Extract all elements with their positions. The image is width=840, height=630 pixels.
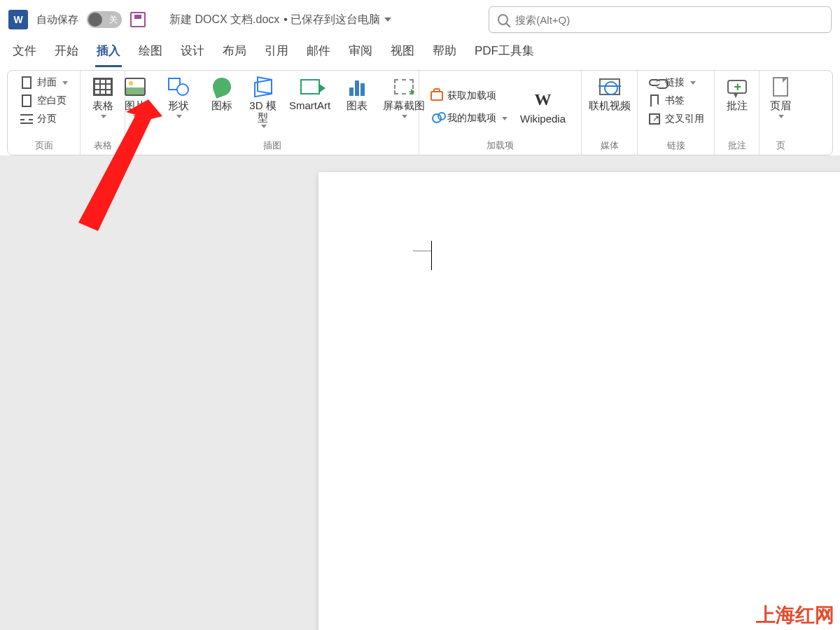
document-workspace[interactable] (0, 157, 840, 630)
page-break-icon (20, 113, 33, 125)
smartart-icon (298, 76, 322, 97)
bookmark-button[interactable]: 书签 (647, 93, 706, 108)
ribbon-tabs: 文件 开始 插入 绘图 设计 布局 引用 邮件 审阅 视图 帮助 PDF工具集 (0, 39, 840, 67)
tab-layout[interactable]: 布局 (221, 38, 248, 67)
group-comments: 批注 批注 (715, 71, 760, 155)
group-header-footer: 页眉 页 (760, 71, 802, 155)
get-addins-button[interactable]: 获取加载项 (429, 88, 509, 104)
group-label-media: 媒体 (587, 139, 631, 153)
watermark-text: 上海红网 (756, 602, 834, 629)
cross-reference-icon (648, 113, 661, 125)
page-header-icon (769, 76, 792, 97)
online-video-button[interactable]: 联机视频 (584, 75, 635, 113)
comment-button[interactable]: 批注 (718, 75, 756, 113)
group-label-links: 链接 (643, 139, 708, 153)
picture-button[interactable]: 图片 (116, 75, 154, 120)
wikipedia-icon: W (531, 90, 555, 111)
icons-icon (210, 76, 234, 97)
tab-help[interactable]: 帮助 (431, 38, 458, 67)
blank-page-button[interactable]: 空白页 (19, 93, 69, 108)
chevron-down-icon (62, 81, 68, 85)
hyperlink-button[interactable]: 链接 (647, 75, 706, 90)
tab-references[interactable]: 引用 (263, 38, 290, 67)
chevron-down-icon (690, 81, 696, 85)
smartart-button[interactable]: SmartArt (286, 75, 335, 113)
document-name: 新建 DOCX 文档.docx (169, 13, 279, 27)
chevron-down-icon (176, 115, 182, 118)
ribbon: 封面 空白页 分页 页面 表格 表格 (7, 70, 833, 155)
shapes-icon (167, 76, 190, 97)
chevron-down-icon (502, 117, 507, 120)
link-icon (648, 76, 661, 89)
tab-home[interactable]: 开始 (53, 38, 80, 67)
document-save-status: • 已保存到这台电脑 (284, 13, 380, 27)
group-label-pages: 页面 (13, 139, 74, 153)
tab-pdf-tools[interactable]: PDF工具集 (473, 38, 536, 67)
table-icon (91, 76, 115, 97)
chart-icon (345, 76, 369, 97)
group-label-illustrations: 插图 (131, 139, 413, 153)
group-label-comments: 批注 (720, 139, 753, 153)
cover-page-button[interactable]: 封面 (19, 75, 69, 90)
group-media: 联机视频 媒体 (582, 71, 638, 155)
addins-icon (430, 112, 443, 125)
group-illustrations: 图片 形状 图标 3D 模型 SmartArt (125, 71, 419, 155)
my-addins-button[interactable]: 我的加载项 (429, 111, 509, 126)
chart-button[interactable]: 图表 (340, 75, 374, 113)
chevron-down-icon (101, 115, 106, 118)
ribbon-container: 封面 空白页 分页 页面 表格 表格 (0, 67, 840, 155)
group-label-tables: 表格 (86, 139, 119, 153)
blank-page-icon (20, 94, 33, 107)
tab-review[interactable]: 审阅 (347, 38, 374, 67)
toggle-knob-icon (88, 13, 102, 27)
autosave-toggle[interactable]: 关 (87, 11, 122, 28)
word-app-icon: W (8, 10, 28, 29)
chevron-down-icon (384, 18, 391, 22)
save-icon[interactable] (130, 12, 146, 27)
group-pages: 封面 空白页 分页 页面 (8, 71, 80, 155)
page-break-button[interactable]: 分页 (19, 111, 69, 127)
search-input[interactable] (515, 14, 822, 26)
document-page[interactable] (318, 172, 840, 630)
tab-mailings[interactable]: 邮件 (305, 38, 332, 67)
online-video-icon (598, 76, 622, 97)
comment-icon (725, 76, 749, 97)
store-icon (430, 90, 443, 102)
autosave-label: 自动保存 (36, 13, 78, 27)
group-addins: 获取加载项 我的加载项 W Wikipedia 加载项 (419, 71, 582, 155)
shapes-button[interactable]: 形状 (160, 75, 197, 120)
tab-view[interactable]: 视图 (389, 38, 416, 67)
chevron-down-icon (261, 125, 267, 128)
picture-icon (123, 76, 147, 97)
tab-draw[interactable]: 绘图 (137, 38, 164, 67)
wikipedia-button[interactable]: W Wikipedia (514, 88, 572, 127)
title-bar: W 自动保存 关 新建 DOCX 文档.docx • 已保存到这台电脑 (0, 0, 840, 39)
tab-design[interactable]: 设计 (179, 38, 206, 67)
group-label-header-footer: 页 (765, 139, 796, 153)
3d-models-button[interactable]: 3D 模型 (246, 75, 280, 130)
group-links: 链接 书签 交叉引用 链接 (638, 71, 715, 155)
bookmark-icon (648, 94, 661, 107)
cross-reference-button[interactable]: 交叉引用 (647, 111, 706, 127)
chevron-down-icon (778, 115, 784, 118)
chevron-down-icon (402, 115, 407, 118)
screenshot-icon (392, 76, 416, 97)
cover-page-icon (20, 76, 33, 89)
header-button[interactable]: 页眉 (763, 75, 798, 120)
autosave-state: 关 (109, 14, 118, 26)
chevron-down-icon (133, 115, 139, 118)
icons-button[interactable]: 图标 (203, 75, 241, 113)
document-title-area[interactable]: 新建 DOCX 文档.docx • 已保存到这台电脑 (169, 13, 391, 27)
tab-file[interactable]: 文件 (11, 38, 38, 67)
search-icon (498, 14, 508, 25)
group-label-addins: 加载项 (425, 139, 575, 153)
tab-insert[interactable]: 插入 (95, 38, 122, 67)
text-cursor-icon (413, 241, 434, 262)
cube-icon (251, 76, 275, 97)
search-box[interactable] (489, 6, 832, 33)
